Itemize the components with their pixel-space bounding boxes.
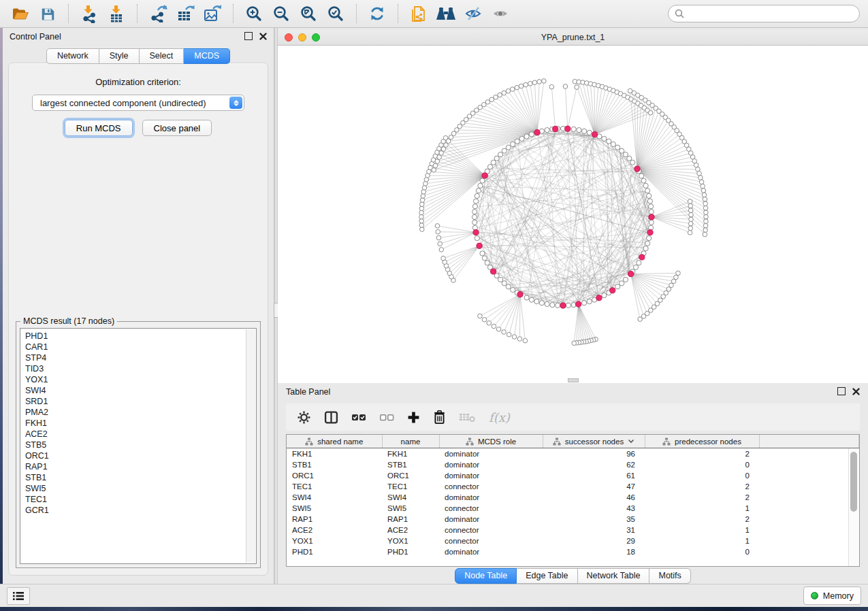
network-node[interactable] [649, 204, 654, 209]
network-node[interactable] [506, 145, 511, 150]
network-node[interactable] [582, 129, 587, 133]
network-node[interactable] [419, 210, 424, 215]
network-node[interactable] [698, 176, 703, 180]
network-node[interactable] [436, 235, 441, 240]
close-panel-icon[interactable] [259, 33, 267, 40]
network-node[interactable] [641, 178, 646, 183]
network-node[interactable] [703, 232, 707, 237]
network-node[interactable] [472, 214, 477, 219]
table-cell[interactable]: 2 [645, 514, 759, 525]
mcds-result-item[interactable]: SRD1 [25, 396, 256, 407]
network-node[interactable] [602, 136, 607, 141]
table-cell[interactable]: dominator [439, 448, 543, 460]
tab-edge-table[interactable]: Edge Table [517, 568, 577, 584]
tab-motifs[interactable]: Motifs [649, 568, 690, 584]
zoom-fit-button[interactable] [296, 3, 321, 24]
table-cell[interactable]: 96 [543, 448, 645, 460]
table-row[interactable]: RAP1RAP1dominator352 [287, 514, 859, 525]
mcds-result-item[interactable]: STP4 [25, 352, 256, 363]
table-scrollbar[interactable] [848, 448, 859, 566]
network-node[interactable] [511, 142, 515, 146]
table-cell[interactable] [759, 492, 859, 503]
table-cell[interactable]: dominator [439, 459, 543, 470]
network-node[interactable] [582, 301, 587, 306]
network-node[interactable] [524, 82, 528, 87]
select-all-button[interactable] [351, 410, 366, 424]
maximize-window-button[interactable] [312, 33, 320, 42]
network-node[interactable] [542, 79, 547, 84]
network-node[interactable] [528, 82, 533, 86]
table-cell[interactable]: 1 [645, 535, 759, 546]
table-cell[interactable]: 46 [543, 492, 645, 503]
network-node[interactable] [480, 178, 485, 183]
column-settings-button[interactable] [297, 410, 311, 425]
network-node[interactable] [688, 199, 692, 204]
mcds-result-item[interactable]: STB5 [25, 440, 256, 450]
mcds-result-item[interactable]: YOX1 [25, 374, 256, 385]
network-node[interactable] [615, 145, 620, 150]
export-table-button[interactable] [173, 3, 197, 24]
table-row[interactable]: FKH1FKH1dominator962 [287, 448, 859, 460]
delete-column-button[interactable] [433, 410, 446, 425]
network-node[interactable] [435, 224, 440, 229]
table-row[interactable]: TEC1TEC1connector472 [287, 481, 859, 492]
table-cell[interactable] [759, 503, 859, 514]
memory-button[interactable]: Memory [803, 587, 861, 605]
table-cell[interactable] [759, 481, 859, 492]
mcds-result-item[interactable]: ACE2 [25, 429, 256, 440]
network-node[interactable] [571, 127, 576, 131]
table-cell[interactable]: RAP1 [287, 514, 382, 525]
network-node[interactable] [623, 277, 628, 282]
column-header-successor-nodes[interactable]: successor nodes [543, 435, 645, 448]
table-row[interactable]: ORC1ORC1dominator610 [287, 470, 859, 481]
network-node[interactable] [487, 321, 492, 326]
network-node[interactable] [502, 148, 507, 153]
show-details-button[interactable] [488, 3, 513, 24]
network-node[interactable] [688, 226, 693, 231]
float-panel-icon[interactable] [837, 387, 846, 395]
mcds-result-item[interactable]: PMA2 [25, 407, 256, 418]
table-row[interactable]: SWI5SWI5connector431 [287, 503, 859, 514]
table-cell[interactable] [759, 535, 859, 546]
network-node[interactable] [524, 295, 529, 300]
mcds-network-node[interactable] [477, 243, 482, 248]
network-node[interactable] [494, 156, 499, 161]
table-row[interactable]: ACE2ACE2connector311 [287, 525, 859, 535]
column-header-MCDS-role[interactable]: MCDS role [439, 435, 543, 448]
table-cell[interactable]: SWI4 [382, 492, 439, 503]
network-node[interactable] [515, 85, 519, 90]
table-cell[interactable]: ACE2 [382, 525, 439, 535]
zoom-in-button[interactable] [242, 3, 266, 24]
network-node[interactable] [420, 227, 425, 232]
table-cell[interactable]: 1 [645, 525, 759, 535]
minimize-window-button[interactable] [298, 33, 306, 42]
network-node[interactable] [697, 171, 702, 176]
network-node[interactable] [703, 228, 708, 233]
network-node[interactable] [701, 184, 705, 188]
network-node[interactable] [633, 265, 638, 269]
network-node[interactable] [688, 203, 693, 208]
network-node[interactable] [422, 186, 427, 191]
network-node[interactable] [545, 128, 549, 133]
network-node[interactable] [498, 152, 503, 157]
mcds-result-item[interactable]: SWI4 [25, 385, 256, 396]
network-node[interactable] [502, 281, 507, 286]
network-node[interactable] [502, 90, 507, 95]
zoom-out-button[interactable] [269, 3, 293, 24]
network-node[interactable] [639, 174, 644, 178]
network-node[interactable] [441, 256, 446, 261]
tab-mcds[interactable]: MCDS [184, 48, 230, 64]
network-node[interactable] [563, 84, 568, 89]
table-row[interactable]: PHD1PHD1dominator180 [287, 546, 859, 557]
table-cell[interactable]: 0 [645, 546, 759, 557]
table-cell[interactable]: 62 [543, 459, 645, 470]
tab-style[interactable]: Style [99, 48, 140, 64]
table-cell[interactable]: 29 [543, 535, 645, 546]
table-cell[interactable]: 43 [543, 503, 645, 514]
network-node[interactable] [478, 314, 483, 318]
network-node[interactable] [647, 193, 652, 198]
mcds-network-node[interactable] [565, 126, 570, 131]
table-cell[interactable]: SWI5 [382, 503, 439, 514]
network-node[interactable] [480, 251, 485, 256]
network-node[interactable] [630, 160, 635, 165]
